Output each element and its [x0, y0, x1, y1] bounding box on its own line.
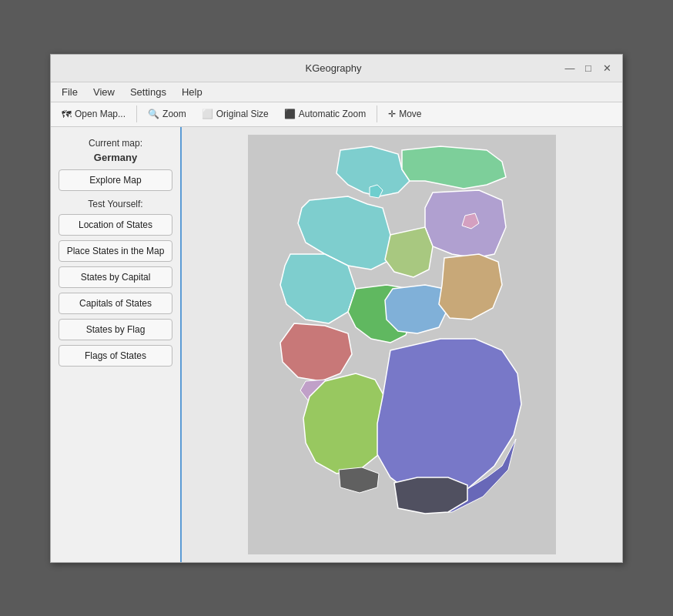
- move-icon: ✛: [388, 109, 396, 119]
- menu-view[interactable]: View: [85, 84, 122, 100]
- move-button[interactable]: ✛ Move: [382, 105, 427, 122]
- titlebar: KGeography — □ ✕: [51, 55, 622, 82]
- states-by-flag-button[interactable]: States by Flag: [59, 319, 172, 340]
- open-map-icon: 🗺: [62, 109, 72, 120]
- menu-help[interactable]: Help: [174, 84, 210, 100]
- test-yourself-label: Test Yourself:: [59, 199, 172, 209]
- current-map-name: Germany: [94, 152, 137, 163]
- current-map-label: Current map: Germany: [59, 136, 172, 166]
- capitals-of-states-button[interactable]: Capitals of States: [59, 293, 172, 314]
- flags-of-states-button[interactable]: Flags of States: [59, 345, 172, 367]
- main-window: KGeography — □ ✕ File View Settings Help…: [50, 54, 623, 563]
- automatic-zoom-button[interactable]: ⬛ Automatic Zoom: [278, 105, 372, 122]
- maximize-button[interactable]: □: [581, 60, 596, 75]
- open-map-button[interactable]: 🗺 Open Map...: [55, 105, 132, 123]
- original-size-label: Original Size: [216, 109, 269, 119]
- window-controls: — □ ✕: [562, 60, 614, 75]
- states-by-capital-button[interactable]: States by Capital: [59, 266, 172, 288]
- open-map-label: Open Map...: [75, 109, 126, 119]
- zoom-label: Zoom: [162, 109, 186, 119]
- menu-settings[interactable]: Settings: [122, 84, 174, 100]
- automatic-zoom-label: Automatic Zoom: [299, 109, 366, 119]
- automatic-zoom-icon: ⬛: [284, 109, 296, 119]
- minimize-button[interactable]: —: [562, 60, 578, 75]
- original-size-button[interactable]: ⬜ Original Size: [196, 105, 275, 122]
- menu-file[interactable]: File: [54, 84, 85, 100]
- toolbar-sep-2: [377, 105, 377, 122]
- zoom-icon: 🔍: [148, 109, 159, 119]
- menubar: File View Settings Help: [51, 82, 622, 102]
- map-container: [248, 135, 556, 554]
- explore-map-button[interactable]: Explore Map: [59, 169, 172, 191]
- sidebar: Current map: Germany Explore Map Test Yo…: [51, 127, 182, 562]
- content-area: Current map: Germany Explore Map Test Yo…: [51, 127, 622, 562]
- map-area[interactable]: [182, 127, 622, 562]
- move-label: Move: [399, 109, 421, 119]
- location-of-states-button[interactable]: Location of States: [59, 214, 172, 236]
- toolbar: 🗺 Open Map... 🔍 Zoom ⬜ Original Size ⬛ A…: [51, 102, 622, 127]
- toolbar-sep-1: [136, 105, 137, 122]
- window-title: KGeography: [105, 62, 562, 74]
- zoom-button[interactable]: 🔍 Zoom: [142, 105, 193, 122]
- germany-map-svg[interactable]: [248, 135, 556, 554]
- original-size-icon: ⬜: [202, 109, 213, 119]
- place-states-button[interactable]: Place States in the Map: [59, 240, 172, 262]
- close-button[interactable]: ✕: [599, 60, 614, 75]
